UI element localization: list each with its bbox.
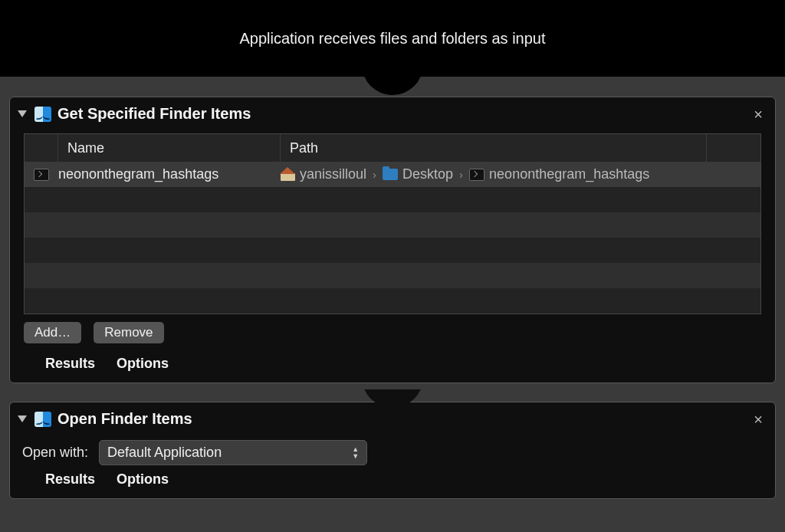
action-title: Get Specified Finder Items — [57, 105, 251, 123]
finder-items-table: Name Path neononthegram_hashtags yanissi… — [24, 133, 761, 314]
table-body: neononthegram_hashtags yanissilloul › De… — [25, 162, 760, 314]
table-header-icon — [25, 134, 58, 162]
results-toggle[interactable]: Results — [45, 471, 95, 488]
executable-icon — [34, 169, 49, 181]
open-with-value: Default Application — [107, 445, 222, 461]
options-toggle[interactable]: Options — [117, 356, 169, 372]
home-icon — [281, 168, 295, 181]
action-title: Open Finder Items — [57, 410, 192, 428]
select-stepper-icon: ▲▼ — [352, 446, 359, 459]
close-icon[interactable]: × — [749, 412, 767, 427]
action-get-specified-finder-items: Get Specified Finder Items × Name Path n… — [9, 97, 776, 383]
action-footer: Results Options — [10, 350, 775, 383]
chevron-right-icon: › — [458, 168, 465, 181]
path-segment: neononthegram_hashtags — [489, 166, 649, 182]
finder-icon — [34, 412, 51, 427]
folder-icon — [383, 169, 398, 180]
table-row-empty — [25, 187, 760, 212]
flow-connector-icon — [362, 77, 423, 109]
action-footer: Results Options — [10, 465, 775, 498]
row-type-icon — [25, 169, 58, 181]
workflow-input-text: Application receives files and folders a… — [239, 30, 545, 48]
close-icon[interactable]: × — [749, 107, 767, 122]
add-button[interactable]: Add… — [24, 322, 81, 343]
table-row[interactable]: neononthegram_hashtags yanissilloul › De… — [25, 162, 760, 187]
table-button-row: Add… Remove — [24, 322, 761, 343]
workflow-input-header: Application receives files and folders a… — [0, 0, 785, 77]
chevron-right-icon: › — [371, 168, 378, 181]
table-row-empty — [25, 263, 760, 288]
open-with-select[interactable]: Default Application ▲▼ — [99, 440, 367, 465]
workflow-canvas: Get Specified Finder Items × Name Path n… — [0, 77, 785, 532]
finder-icon — [34, 107, 51, 122]
open-with-label: Open with: — [22, 445, 88, 461]
executable-icon — [469, 169, 484, 181]
table-header-spacer — [707, 134, 760, 162]
flow-connector-icon — [362, 389, 423, 422]
remove-button[interactable]: Remove — [94, 322, 163, 343]
disclosure-triangle-icon[interactable] — [18, 415, 27, 422]
results-toggle[interactable]: Results — [45, 356, 95, 372]
table-row-empty — [25, 212, 760, 238]
row-name: neononthegram_hashtags — [58, 166, 281, 182]
table-row-empty — [25, 288, 760, 314]
options-toggle[interactable]: Options — [117, 471, 169, 488]
table-row-empty — [25, 238, 760, 263]
row-path: yanissilloul › Desktop › neononthegram_h… — [281, 166, 707, 182]
open-with-row: Open with: Default Application ▲▼ — [10, 434, 775, 465]
table-header: Name Path — [25, 134, 760, 162]
table-header-name[interactable]: Name — [58, 134, 281, 162]
path-segment: Desktop — [402, 166, 453, 182]
disclosure-triangle-icon[interactable] — [18, 110, 27, 117]
table-header-path[interactable]: Path — [281, 134, 707, 162]
path-segment: yanissilloul — [300, 166, 366, 182]
